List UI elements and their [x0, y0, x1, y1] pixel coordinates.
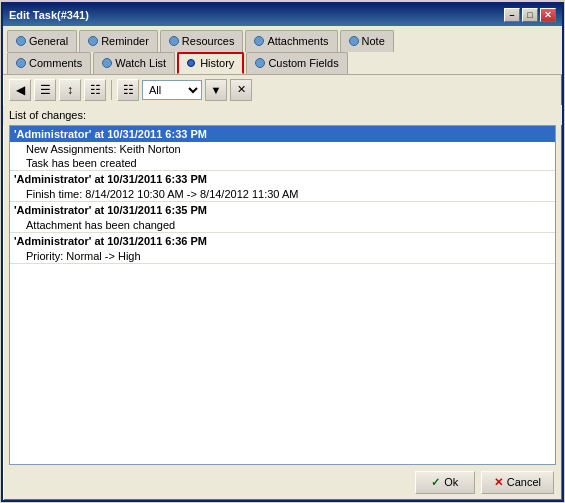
- history-entry-2[interactable]: 'Administrator' at 10/31/2011 6:33 PM Fi…: [10, 171, 555, 202]
- history-list: 'Administrator' at 10/31/2011 6:33 PM Ne…: [9, 125, 556, 465]
- cancel-label: Cancel: [507, 476, 541, 488]
- ok-icon: ✓: [431, 476, 440, 489]
- history-header-3[interactable]: 'Administrator' at 10/31/2011 6:35 PM: [10, 202, 555, 218]
- group-button[interactable]: ☷: [117, 79, 139, 101]
- filter-select[interactable]: All Today Week Month: [142, 80, 202, 100]
- history-detail-3-0: Attachment has been changed: [10, 218, 555, 232]
- tab-attachments-label: Attachments: [267, 35, 328, 47]
- history-entry-1[interactable]: 'Administrator' at 10/31/2011 6:33 PM Ne…: [10, 126, 555, 171]
- cancel-button[interactable]: ✕ Cancel: [481, 471, 554, 494]
- note-icon: [349, 36, 359, 46]
- attachments-icon: [254, 36, 264, 46]
- filter-dropdown-container: All Today Week Month: [142, 80, 202, 100]
- history-detail-1-1: Task has been created: [10, 156, 555, 170]
- list-label: List of changes:: [3, 105, 562, 125]
- chart-button[interactable]: ☰: [34, 79, 56, 101]
- tab-reminder-label: Reminder: [101, 35, 149, 47]
- maximize-button[interactable]: □: [522, 8, 538, 22]
- tab-general-label: General: [29, 35, 68, 47]
- history-detail-4-0: Priority: Normal -> High: [10, 249, 555, 263]
- tab-watchlist-label: Watch List: [115, 57, 166, 69]
- ok-button[interactable]: ✓ Ok: [415, 471, 475, 494]
- tab-note[interactable]: Note: [340, 30, 394, 52]
- tab-row-1: General Reminder Resources Attachments N…: [3, 26, 562, 52]
- tab-attachments[interactable]: Attachments: [245, 30, 337, 52]
- resources-icon: [169, 36, 179, 46]
- history-header-1[interactable]: 'Administrator' at 10/31/2011 6:33 PM: [10, 126, 555, 142]
- edit-task-window: Edit Task(#341) – □ ✕ General Reminder R…: [1, 2, 564, 502]
- title-bar: Edit Task(#341) – □ ✕: [3, 4, 562, 26]
- history-detail-1-0: New Assignments: Keith Norton: [10, 142, 555, 156]
- history-entry-3[interactable]: 'Administrator' at 10/31/2011 6:35 PM At…: [10, 202, 555, 233]
- title-bar-buttons: – □ ✕: [504, 8, 556, 22]
- separator-1: [111, 80, 112, 100]
- tab-customfields[interactable]: Custom Fields: [246, 52, 347, 74]
- tab-history[interactable]: History: [177, 52, 244, 74]
- tab-general[interactable]: General: [7, 30, 77, 52]
- tab-comments[interactable]: Comments: [7, 52, 91, 74]
- history-header-2[interactable]: 'Administrator' at 10/31/2011 6:33 PM: [10, 171, 555, 187]
- sort-button[interactable]: ↕: [59, 79, 81, 101]
- tab-history-label: History: [200, 57, 234, 69]
- window-title: Edit Task(#341): [9, 9, 89, 21]
- comments-icon: [16, 58, 26, 68]
- tab-customfields-label: Custom Fields: [268, 57, 338, 69]
- clear-filter-button[interactable]: ✕: [230, 79, 252, 101]
- close-button[interactable]: ✕: [540, 8, 556, 22]
- history-header-4[interactable]: 'Administrator' at 10/31/2011 6:36 PM: [10, 233, 555, 249]
- tab-comments-label: Comments: [29, 57, 82, 69]
- toolbar: ◀ ☰ ↕ ☷ ☷ All Today Week Month ▼ ✕: [3, 75, 562, 105]
- general-icon: [16, 36, 26, 46]
- columns-button[interactable]: ☷: [84, 79, 106, 101]
- ok-label: Ok: [444, 476, 458, 488]
- minimize-button[interactable]: –: [504, 8, 520, 22]
- watchlist-icon: [102, 58, 112, 68]
- customfields-icon: [255, 58, 265, 68]
- tab-resources-label: Resources: [182, 35, 235, 47]
- cancel-icon: ✕: [494, 476, 503, 489]
- bottom-bar: ✓ Ok ✕ Cancel: [3, 465, 562, 500]
- tab-note-label: Note: [362, 35, 385, 47]
- history-detail-2-0: Finish time: 8/14/2012 10:30 AM -> 8/14/…: [10, 187, 555, 201]
- filter-button[interactable]: ▼: [205, 79, 227, 101]
- tab-resources[interactable]: Resources: [160, 30, 244, 52]
- tab-reminder[interactable]: Reminder: [79, 30, 158, 52]
- history-entry-4[interactable]: 'Administrator' at 10/31/2011 6:36 PM Pr…: [10, 233, 555, 264]
- tab-watchlist[interactable]: Watch List: [93, 52, 175, 74]
- tab-row-2: Comments Watch List History Custom Field…: [3, 52, 562, 75]
- history-radio-icon: [187, 59, 195, 67]
- reminder-icon: [88, 36, 98, 46]
- back-button[interactable]: ◀: [9, 79, 31, 101]
